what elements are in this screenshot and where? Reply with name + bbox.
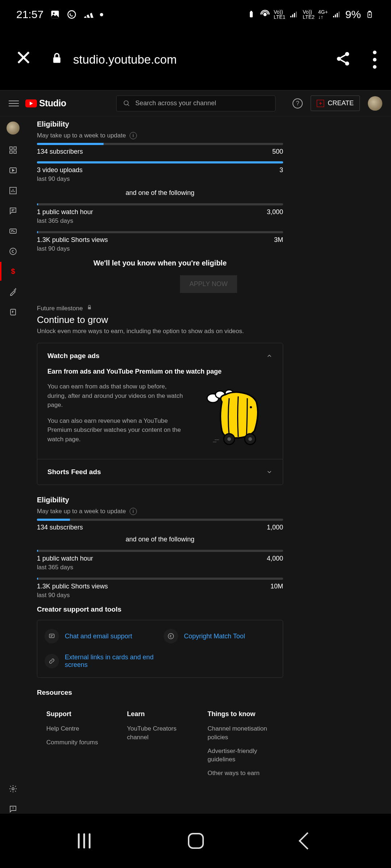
info-icon[interactable]: i [130, 132, 137, 139]
watch2-metric: 1 public watch hour 4,000 [37, 555, 283, 562]
create-label: CREATE [328, 99, 354, 107]
tools-title: Creator support and tools [37, 605, 380, 613]
res-advertiser[interactable]: Advertiser-friendly guidelines [207, 747, 274, 764]
signal1-icon [289, 9, 299, 20]
url-bar[interactable]: studio.youtube.com [51, 52, 317, 67]
link-icon [45, 654, 59, 668]
res-help-centre[interactable]: Help Centre [46, 724, 113, 733]
svg-rect-24 [88, 307, 91, 310]
shorts-ads-toggle[interactable]: Shorts Feed ads [47, 468, 273, 476]
svg-point-32 [248, 437, 252, 441]
app: Studio Search across your channel ? + CR… [0, 90, 391, 814]
back-button[interactable] [298, 832, 316, 850]
res-other-earn[interactable]: Other ways to earn [207, 769, 274, 778]
svg-point-30 [227, 437, 231, 441]
subs2-progress [37, 519, 283, 521]
svg-rect-8 [53, 57, 60, 63]
watch-ads-subtitle: Earn from ads and YouTube Premium on the… [47, 368, 273, 375]
res-things-head: Things to know [207, 710, 274, 718]
battery-pct: 9% [345, 8, 361, 21]
shorts-progress [37, 231, 283, 233]
watch-ads-p2: You can also earn revenue when a YouTube… [47, 416, 186, 444]
channel-avatar[interactable] [7, 122, 20, 135]
popcorn-illustration [193, 382, 273, 447]
feedback-icon[interactable] [8, 804, 18, 814]
shorts-sub: last 90 days [37, 245, 380, 252]
watch2-progress [37, 550, 283, 552]
res-monetisation[interactable]: Channel monetisation policies [207, 724, 274, 742]
subs2-metric: 134 subscribers 1,000 [37, 524, 283, 531]
svg-rect-33 [49, 634, 54, 638]
res-creators-channel[interactable]: YouTube Creators channel [127, 724, 193, 742]
signal2-icon [332, 9, 342, 20]
home-button[interactable] [188, 833, 204, 849]
dashboard-icon[interactable] [8, 145, 18, 155]
comments-icon[interactable] [8, 206, 18, 216]
eligibility-title: Eligibility [37, 120, 380, 128]
tool-chat-support[interactable]: Chat and email support [45, 629, 156, 643]
subtitles-icon[interactable] [8, 226, 18, 236]
help-button[interactable]: ? [293, 98, 303, 109]
milestone-lock-icon [87, 305, 92, 312]
svg-point-20 [10, 248, 16, 255]
android-nav-bar [0, 814, 391, 868]
uploads-progress [37, 161, 283, 163]
shorts-metric: 1.3K public Shorts views 3M [37, 236, 283, 244]
svg-text:$: $ [11, 267, 15, 275]
watch-metric: 1 public watch hour 3,000 [37, 208, 283, 216]
youtube-icon [25, 99, 37, 107]
menu-button[interactable] [9, 101, 19, 106]
svg-point-2 [68, 11, 76, 18]
svg-point-23 [12, 788, 14, 790]
close-button[interactable] [14, 48, 33, 71]
milestone-head: Future milestone [37, 305, 380, 312]
info-icon[interactable]: i [130, 508, 137, 515]
studio-logo[interactable]: Studio [25, 98, 66, 109]
svg-point-5 [264, 13, 266, 16]
sidebar: $ [0, 116, 26, 814]
audio-icon[interactable] [8, 307, 18, 317]
watch-ads-toggle[interactable]: Watch page ads [47, 352, 273, 360]
grow-sub: Unlock even more ways to earn, including… [37, 328, 380, 335]
settings-icon[interactable] [8, 784, 18, 793]
create-button[interactable]: + CREATE [311, 95, 360, 111]
tool-copyright[interactable]: Copyright Match Tool [164, 629, 276, 643]
copyright-icon[interactable] [8, 247, 18, 256]
app-header: Studio Search across your channel ? + CR… [0, 90, 391, 116]
tool-external-links[interactable]: External links in cards and end screens [45, 654, 156, 669]
eligible-message: We'll let you know when you're eligible [37, 259, 283, 267]
divider-text: and one of the following [37, 189, 283, 197]
url-text: studio.youtube.com [73, 53, 177, 67]
svg-rect-14 [14, 147, 16, 149]
status-time: 21:57 [16, 8, 43, 21]
adidas-icon [83, 9, 93, 20]
analytics-icon[interactable] [8, 186, 18, 195]
battery-saver-icon [246, 9, 256, 20]
subs-metric: 134 subscribers 500 [37, 148, 283, 156]
watch2-sub: last 365 days [37, 564, 380, 571]
chat-icon [45, 629, 59, 643]
avatar[interactable] [368, 96, 382, 111]
recent-apps-button[interactable] [78, 833, 91, 848]
net-label: 4G+↓↑ [318, 9, 328, 20]
svg-point-9 [345, 52, 349, 56]
gallery-icon [50, 9, 60, 20]
svg-point-12 [124, 101, 128, 105]
res-community[interactable]: Community forums [46, 738, 113, 747]
search-input[interactable]: Search across your channel [116, 95, 276, 111]
content[interactable]: Eligibility May take up to a week to upd… [26, 116, 391, 814]
content-icon[interactable] [8, 166, 18, 175]
share-button[interactable] [335, 51, 351, 68]
svg-point-34 [168, 634, 174, 639]
customisation-icon[interactable] [8, 287, 18, 297]
eligibility-note: May take up to a week to update i [37, 132, 380, 139]
status-bar: 21:57 Vo))LTE1 Vo))LTE2 4G+↓↑ 9% [0, 0, 391, 29]
search-placeholder: Search across your channel [135, 99, 216, 107]
svg-point-11 [345, 61, 349, 65]
apply-button[interactable]: APPLY NOW [180, 275, 237, 293]
uploads-metric: 3 video uploads 3 [37, 166, 283, 174]
earn-icon[interactable]: $ [8, 267, 18, 276]
svg-point-28 [250, 406, 252, 408]
grow-title: Continue to grow [37, 314, 380, 326]
more-menu-button[interactable] [373, 51, 377, 69]
